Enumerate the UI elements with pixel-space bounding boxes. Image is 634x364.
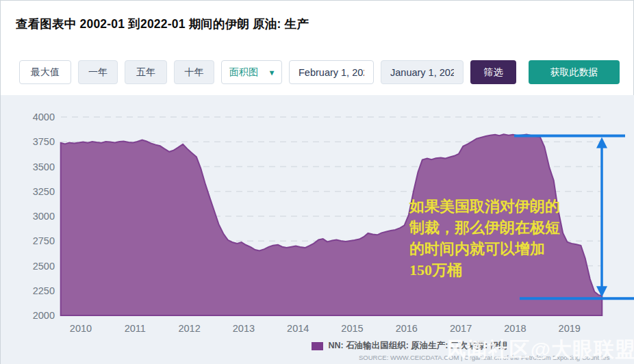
x-tick-label: 2017: [450, 323, 472, 334]
chevron-down-icon: [270, 68, 274, 77]
range-button-max[interactable]: 最大值: [19, 60, 71, 84]
y-tick-label: 3500: [33, 161, 55, 172]
y-tick-label: 3750: [33, 136, 55, 147]
x-tick-label: 2016: [396, 323, 418, 334]
get-data-button[interactable]: 获取此数据: [529, 60, 620, 84]
callout-line: 如果美国取消对伊朗的: [409, 196, 608, 217]
x-tick-label: 2011: [125, 323, 146, 334]
x-tick-label: 2015: [341, 323, 363, 334]
x-tick-label: 2018: [504, 323, 526, 334]
x-tick-label: 2014: [287, 323, 309, 334]
page-title: 查看图表中 2002-01 到2022-01 期间的伊朗 原油: 生产: [16, 16, 309, 32]
date-to-input[interactable]: [381, 60, 464, 84]
y-tick-label: 2250: [33, 285, 55, 296]
x-tick-label: 2010: [70, 323, 92, 334]
chart-type-value: 面积图: [229, 66, 258, 79]
toolbar: 最大值 一年 五年 十年 面积图 筛选 获取此数据: [19, 60, 620, 84]
y-tick-label: 2500: [33, 261, 55, 272]
range-button-1y[interactable]: 一年: [78, 60, 118, 84]
filter-button[interactable]: 筛选: [470, 60, 516, 84]
chart-callout-text: 如果美国取消对伊朗的 制裁，那么伊朗在极短 的时间内就可以增加 150万桶: [409, 196, 608, 281]
y-tick-label: 2000: [33, 310, 55, 321]
callout-line: 150万桶: [409, 259, 608, 281]
chart-section: 4000375035003250300027502500225020002010…: [1, 95, 634, 364]
watermark: 风闻社区@大眼联盟: [446, 336, 634, 364]
x-tick-label: 2013: [233, 323, 255, 334]
app-frame: 查看图表中 2002-01 到2022-01 期间的伊朗 原油: 生产 最大值 …: [0, 0, 634, 364]
callout-line: 制裁，那么伊朗在极短: [409, 217, 608, 238]
x-tick-label: 2019: [559, 323, 581, 334]
y-tick-label: 2750: [33, 235, 55, 246]
x-tick-label: 2012: [178, 323, 200, 334]
date-from-input[interactable]: [289, 60, 374, 84]
y-tick-label: 4000: [33, 112, 55, 122]
legend-swatch: [312, 342, 323, 350]
y-tick-label: 3000: [33, 211, 55, 222]
chart-type-select[interactable]: 面积图: [221, 60, 282, 84]
arrow-up-icon: [596, 138, 607, 148]
range-button-5y[interactable]: 五年: [125, 60, 167, 84]
range-button-10y[interactable]: 十年: [174, 60, 214, 84]
callout-line: 的时间内就可以增加: [409, 238, 608, 259]
y-tick-label: 3250: [33, 186, 55, 197]
